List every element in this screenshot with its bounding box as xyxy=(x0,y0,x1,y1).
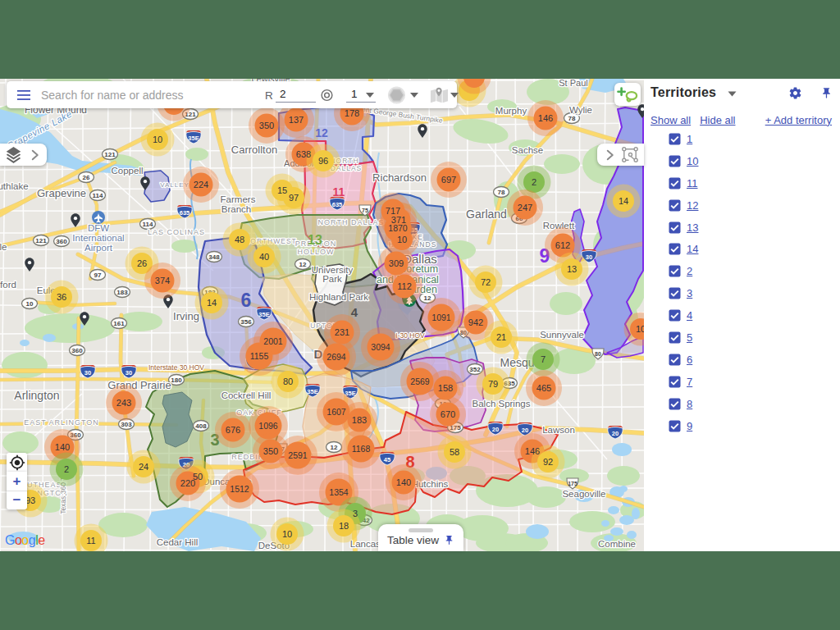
svg-text:35E: 35E xyxy=(188,135,199,142)
svg-text:350: 350 xyxy=(259,121,274,130)
svg-text:78: 78 xyxy=(568,115,576,122)
svg-text:35E: 35E xyxy=(258,311,269,318)
svg-text:10: 10 xyxy=(397,235,407,244)
svg-text:303: 303 xyxy=(121,421,132,428)
svg-text:2694: 2694 xyxy=(326,352,346,362)
svg-text:International: International xyxy=(72,233,124,243)
svg-text:224: 224 xyxy=(194,180,208,189)
svg-text:26: 26 xyxy=(137,258,147,268)
svg-text:Cedar Hill: Cedar Hill xyxy=(157,537,199,547)
svg-text:121: 121 xyxy=(35,237,47,244)
svg-text:Farmers: Farmers xyxy=(221,194,256,204)
svg-text:13: 13 xyxy=(567,264,577,274)
svg-text:220: 220 xyxy=(180,478,195,488)
svg-text:Murphy: Murphy xyxy=(495,106,527,116)
svg-text:30: 30 xyxy=(126,369,132,377)
svg-text:Interstate 30 HOV: Interstate 30 HOV xyxy=(148,363,204,372)
svg-text:Balch Springs: Balch Springs xyxy=(472,399,531,409)
svg-text:le: le xyxy=(0,242,7,252)
svg-text:40: 40 xyxy=(259,252,269,262)
svg-text:1168: 1168 xyxy=(352,444,371,454)
svg-text:30: 30 xyxy=(84,369,91,377)
svg-text:I-30 HOV: I-30 HOV xyxy=(395,331,425,340)
svg-text:72: 72 xyxy=(481,277,491,287)
svg-text:2: 2 xyxy=(64,464,69,474)
svg-text:10: 10 xyxy=(26,300,34,308)
svg-text:4: 4 xyxy=(351,305,358,319)
svg-text:80: 80 xyxy=(595,351,601,357)
svg-text:48: 48 xyxy=(235,235,244,244)
svg-text:Sunnyvale: Sunnyvale xyxy=(540,330,584,340)
svg-text:Highland Park: Highland Park xyxy=(309,292,368,302)
svg-text:1354: 1354 xyxy=(329,487,349,497)
svg-text:180: 180 xyxy=(171,377,182,384)
svg-text:6: 6 xyxy=(241,290,252,311)
svg-text:21: 21 xyxy=(496,332,506,342)
svg-text:20: 20 xyxy=(612,430,619,437)
svg-text:80: 80 xyxy=(283,377,293,386)
svg-text:35E: 35E xyxy=(307,388,317,395)
svg-text:697: 697 xyxy=(441,175,456,185)
svg-text:Wylie: Wylie xyxy=(569,105,592,115)
svg-text:7: 7 xyxy=(541,354,546,364)
svg-text:10: 10 xyxy=(282,529,292,539)
svg-text:Airport: Airport xyxy=(84,243,113,253)
svg-text:12: 12 xyxy=(331,444,338,451)
svg-text:356: 356 xyxy=(240,318,252,326)
svg-text:161: 161 xyxy=(113,320,125,327)
svg-text:Irving: Irving xyxy=(173,310,199,322)
svg-text:352: 352 xyxy=(469,366,481,373)
svg-text:408: 408 xyxy=(195,422,207,430)
svg-text:114: 114 xyxy=(93,192,103,199)
svg-text:635: 635 xyxy=(332,201,343,208)
svg-text:Lawson: Lawson xyxy=(542,425,575,435)
svg-text:Arlington: Arlington xyxy=(14,389,59,402)
svg-text:10: 10 xyxy=(153,135,162,144)
svg-text:1155: 1155 xyxy=(250,351,269,361)
svg-text:360: 360 xyxy=(71,347,83,354)
svg-text:12: 12 xyxy=(299,261,307,268)
svg-text:465: 465 xyxy=(536,383,551,393)
svg-text:10: 10 xyxy=(636,324,644,334)
svg-text:15: 15 xyxy=(277,185,287,195)
svg-text:LAS COLINAS: LAS COLINAS xyxy=(148,228,205,236)
svg-text:140: 140 xyxy=(55,442,70,452)
svg-text:12: 12 xyxy=(315,126,328,139)
svg-text:348: 348 xyxy=(208,253,220,261)
svg-text:2569: 2569 xyxy=(410,377,430,386)
svg-text:Grapevine: Grapevine xyxy=(37,187,86,199)
svg-text:NORTH DALLAS: NORTH DALLAS xyxy=(318,218,385,226)
svg-text:30: 30 xyxy=(586,253,592,261)
svg-text:1870: 1870 xyxy=(388,223,408,233)
svg-text:112: 112 xyxy=(397,281,412,291)
svg-text:243: 243 xyxy=(116,398,131,408)
svg-text:uthlake: uthlake xyxy=(0,181,29,191)
svg-text:140: 140 xyxy=(396,477,411,487)
svg-text:360: 360 xyxy=(56,238,67,245)
svg-text:Branch: Branch xyxy=(221,204,251,214)
svg-text:121: 121 xyxy=(104,151,116,158)
svg-text:92: 92 xyxy=(543,457,553,467)
svg-text:3: 3 xyxy=(353,509,358,518)
svg-text:20: 20 xyxy=(492,426,499,433)
svg-text:58: 58 xyxy=(450,447,459,457)
svg-text:13: 13 xyxy=(308,233,322,247)
svg-text:97: 97 xyxy=(289,193,299,203)
svg-text:45: 45 xyxy=(384,456,390,463)
svg-text:1091: 1091 xyxy=(431,313,451,322)
svg-text:183: 183 xyxy=(352,415,367,425)
svg-text:Combine: Combine xyxy=(598,539,636,549)
svg-text:612: 612 xyxy=(555,240,570,250)
svg-text:178: 178 xyxy=(345,108,359,118)
svg-text:146: 146 xyxy=(538,113,553,123)
svg-text:26: 26 xyxy=(83,174,90,181)
svg-text:2591: 2591 xyxy=(288,450,308,460)
svg-text:670: 670 xyxy=(441,409,455,419)
svg-text:79: 79 xyxy=(488,379,498,389)
svg-text:158: 158 xyxy=(438,383,453,393)
svg-text:Park: Park xyxy=(322,274,342,284)
svg-text:24: 24 xyxy=(139,462,148,472)
svg-text:75: 75 xyxy=(362,208,368,213)
svg-text:1512: 1512 xyxy=(230,484,249,494)
svg-text:114: 114 xyxy=(143,221,153,228)
